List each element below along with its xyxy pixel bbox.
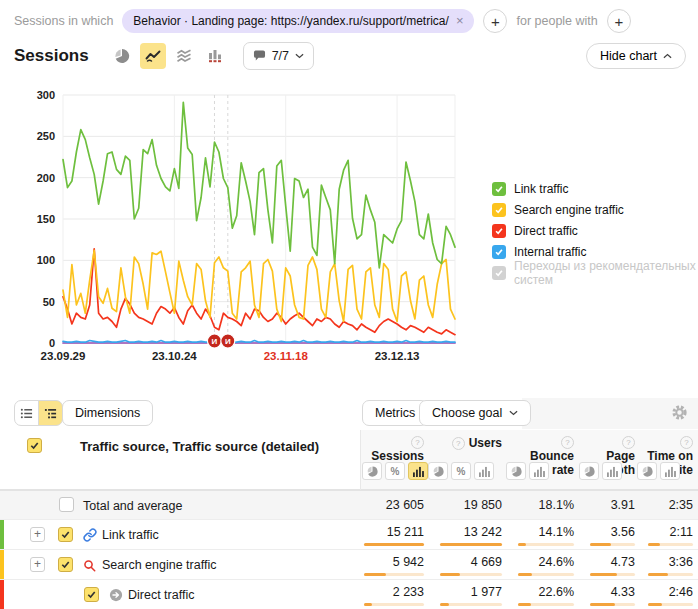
help-icon: ? xyxy=(452,437,465,450)
table-row[interactable]: +Search engine traffic5 9424 66924.6%4.7… xyxy=(0,549,698,580)
annotation-marker[interactable]: И xyxy=(207,334,221,348)
metric-view-switcher: % xyxy=(428,462,494,480)
columns-icon xyxy=(207,48,223,64)
svg-text:0: 0 xyxy=(49,337,55,349)
pie-view-button[interactable] xyxy=(428,462,448,480)
bars-view-button[interactable] xyxy=(660,462,680,480)
metric-value: 4.33 xyxy=(579,585,635,599)
column-page-depth: ?Page depth xyxy=(579,430,635,489)
metric-bar xyxy=(590,573,635,576)
series-internal-traffic xyxy=(63,341,455,343)
metric-bar xyxy=(518,573,574,576)
add-people-filter-button[interactable]: + xyxy=(607,9,631,33)
list-icon xyxy=(20,407,33,420)
column-label: Users xyxy=(469,436,502,450)
metric-bar xyxy=(364,603,424,606)
help-icon: ? xyxy=(561,436,574,449)
sessions-line-chart: 05010015020025030023.09.2923.10.2423.11.… xyxy=(0,84,480,376)
pie-icon xyxy=(433,466,444,477)
chevron-down-icon xyxy=(509,410,518,416)
pie-view-button[interactable] xyxy=(506,462,526,480)
segments-dropdown[interactable]: 7/7 xyxy=(243,42,314,70)
legend-checkbox[interactable] xyxy=(492,245,506,259)
svg-text:И: И xyxy=(225,337,231,346)
line-chart-icon xyxy=(145,48,161,64)
bars-view-button[interactable] xyxy=(529,462,549,480)
hide-chart-label: Hide chart xyxy=(600,49,657,63)
row-checkbox[interactable] xyxy=(59,497,74,512)
row-checkbox[interactable] xyxy=(58,557,73,572)
flat-list-view-button[interactable] xyxy=(14,400,39,426)
metric-value: 3.91 xyxy=(579,498,635,512)
bars-view-button[interactable] xyxy=(408,462,428,480)
stacked-chart-type-button[interactable] xyxy=(171,43,197,69)
add-session-filter-button[interactable]: + xyxy=(483,9,507,33)
pie-view-button[interactable] xyxy=(637,462,657,480)
table-row[interactable]: Direct traffic2 2331 97722.6%4.332:46 xyxy=(0,579,698,609)
percent-view-button[interactable]: % xyxy=(385,462,405,480)
select-all-checkbox[interactable] xyxy=(27,438,42,453)
legend-item[interactable]: Link traffic xyxy=(492,178,698,199)
tree-view-button[interactable] xyxy=(38,400,63,426)
legend-checkbox[interactable] xyxy=(492,203,506,217)
chart-canvas: 05010015020025030023.09.2923.10.2423.11.… xyxy=(0,84,480,376)
bars-view-button[interactable] xyxy=(602,462,622,480)
bars-view-button[interactable] xyxy=(474,462,494,480)
bars-icon xyxy=(607,466,618,477)
svg-text:100: 100 xyxy=(37,254,55,266)
expand-row-button[interactable]: + xyxy=(30,527,45,542)
pie-chart-type-button[interactable] xyxy=(109,43,135,69)
tree-icon xyxy=(44,407,57,420)
x-axis-label[interactable]: 23.11.18 xyxy=(264,350,309,362)
svg-text:150: 150 xyxy=(37,213,55,225)
line-chart-type-button[interactable] xyxy=(140,43,166,69)
expand-row-button[interactable]: + xyxy=(30,557,45,572)
metric-value: 24.6% xyxy=(506,555,574,569)
metric-bar xyxy=(518,543,574,546)
search-icon xyxy=(83,559,96,572)
column-header[interactable]: ?Users xyxy=(428,430,502,450)
help-icon: ? xyxy=(680,436,693,449)
pie-view-button[interactable] xyxy=(362,462,382,480)
svg-text:200: 200 xyxy=(37,172,55,184)
metric-bar xyxy=(648,543,693,546)
column-sessions: ?Sessions▾% xyxy=(362,430,424,489)
metric-bar-fill xyxy=(364,573,386,576)
row-checkbox[interactable] xyxy=(58,527,73,542)
table-row[interactable]: +Link traffic15 21113 24214.1%3.562:11 xyxy=(0,519,698,550)
legend-item[interactable]: Переходы из рекомендательных систем xyxy=(492,262,698,283)
pie-view-button[interactable] xyxy=(579,462,599,480)
metric-bar xyxy=(648,573,693,576)
x-axis-label: 23.09.29 xyxy=(41,350,86,362)
metric-bar-fill xyxy=(590,543,611,546)
annotation-marker[interactable]: И xyxy=(221,334,235,348)
row-checkbox[interactable] xyxy=(84,587,99,602)
dimensions-button[interactable]: Dimensions xyxy=(62,400,153,426)
table-row[interactable]: Total and average23 60519 85018.1%3.912:… xyxy=(0,490,698,520)
chevron-down-icon xyxy=(295,53,304,59)
metric-view-switcher xyxy=(579,462,622,480)
hide-chart-button[interactable]: Hide chart xyxy=(586,43,686,69)
choose-goal-dropdown[interactable]: Choose goal xyxy=(419,400,531,426)
legend-label: Direct traffic xyxy=(514,224,578,238)
legend-item[interactable]: Direct traffic xyxy=(492,220,698,241)
settings-button[interactable] xyxy=(671,404,688,425)
filter-chip[interactable]: Behavior · Landing page: https://yandex.… xyxy=(122,9,474,33)
metric-bar-fill xyxy=(590,603,615,606)
legend-checkbox[interactable] xyxy=(492,266,506,280)
column-chart-type-button[interactable] xyxy=(202,43,228,69)
legend-checkbox[interactable] xyxy=(492,182,506,196)
column-bounce-rate: ?Bounce rate xyxy=(506,430,574,489)
bars-icon xyxy=(665,466,676,477)
bars-icon xyxy=(479,466,490,477)
row-label: Total and average xyxy=(83,499,182,513)
metric-value: 1 977 xyxy=(428,585,502,599)
legend-checkbox[interactable] xyxy=(492,224,506,238)
row-color-stripe xyxy=(0,580,4,609)
link-icon xyxy=(83,528,97,542)
percent-view-button[interactable]: % xyxy=(451,462,471,480)
metric-value: 2:46 xyxy=(637,585,693,599)
close-icon[interactable]: × xyxy=(456,16,464,26)
x-axis-label: 23.10.24 xyxy=(152,350,197,362)
legend-item[interactable]: Search engine traffic xyxy=(492,199,698,220)
